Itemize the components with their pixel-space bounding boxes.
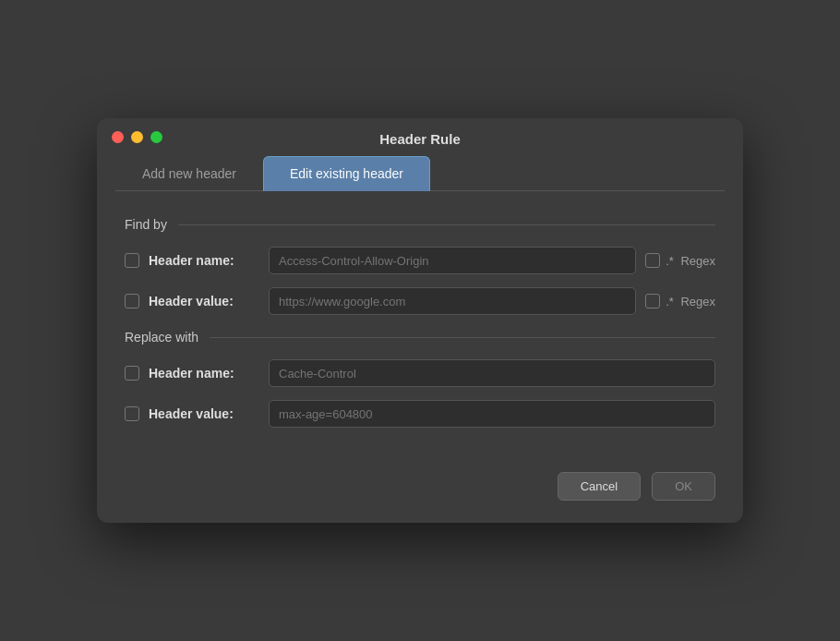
find-by-section-header: Find by: [125, 217, 715, 232]
cancel-button[interactable]: Cancel: [558, 472, 641, 501]
find-header-name-regex-label: .* Regex: [666, 254, 715, 268]
find-by-label: Find by: [125, 217, 167, 232]
find-header-value-label: Header value:: [149, 294, 259, 308]
replace-header-value-checkbox[interactable]: [125, 406, 139, 421]
replace-header-name-input[interactable]: [269, 359, 715, 387]
replace-header-name-label: Header name:: [149, 366, 259, 381]
dialog-title: Header Rule: [379, 131, 461, 156]
replace-header-name-row: Header name:: [125, 359, 715, 387]
replace-header-value-input[interactable]: [269, 400, 715, 428]
replace-with-label: Replace with: [125, 330, 198, 345]
close-button[interactable]: [112, 131, 124, 143]
find-header-name-checkbox[interactable]: [125, 253, 139, 268]
find-header-value-input[interactable]: [269, 287, 636, 315]
replace-header-value-row: Header value:: [125, 400, 715, 428]
ok-button[interactable]: OK: [652, 472, 715, 501]
find-header-value-regex-checkbox[interactable]: [645, 294, 660, 308]
tab-add-new-header[interactable]: Add new header: [115, 156, 263, 191]
minimize-button[interactable]: [131, 131, 143, 143]
replace-with-divider: [210, 337, 715, 338]
regex-dot-star: .*: [666, 254, 674, 268]
replace-with-section-header: Replace with: [125, 330, 715, 345]
find-header-name-input[interactable]: [269, 247, 636, 274]
content-area: Find by Header name: .* Regex Header val…: [97, 191, 743, 463]
find-header-name-row: Header name: .* Regex: [125, 247, 715, 274]
find-header-name-label: Header name:: [149, 253, 259, 268]
find-header-name-regex-group: .* Regex: [645, 253, 715, 268]
regex-dot-star-2: .*: [666, 295, 674, 308]
footer: Cancel OK: [97, 463, 743, 523]
replace-header-name-checkbox[interactable]: [125, 366, 139, 381]
tab-edit-existing-header[interactable]: Edit existing header: [263, 156, 430, 191]
find-header-value-regex-group: .* Regex: [645, 294, 715, 308]
find-header-value-row: Header value: .* Regex: [125, 287, 715, 315]
title-bar: Header Rule: [97, 118, 743, 156]
find-header-value-regex-label: .* Regex: [666, 295, 715, 308]
find-by-divider: [178, 224, 715, 225]
header-rule-dialog: Header Rule Add new header Edit existing…: [97, 118, 743, 523]
tabs: Add new header Edit existing header: [115, 156, 725, 191]
find-header-value-checkbox[interactable]: [125, 294, 139, 308]
find-header-name-regex-checkbox[interactable]: [645, 253, 660, 268]
maximize-button[interactable]: [150, 131, 162, 143]
traffic-lights: [112, 131, 162, 143]
replace-header-value-label: Header value:: [149, 406, 259, 421]
